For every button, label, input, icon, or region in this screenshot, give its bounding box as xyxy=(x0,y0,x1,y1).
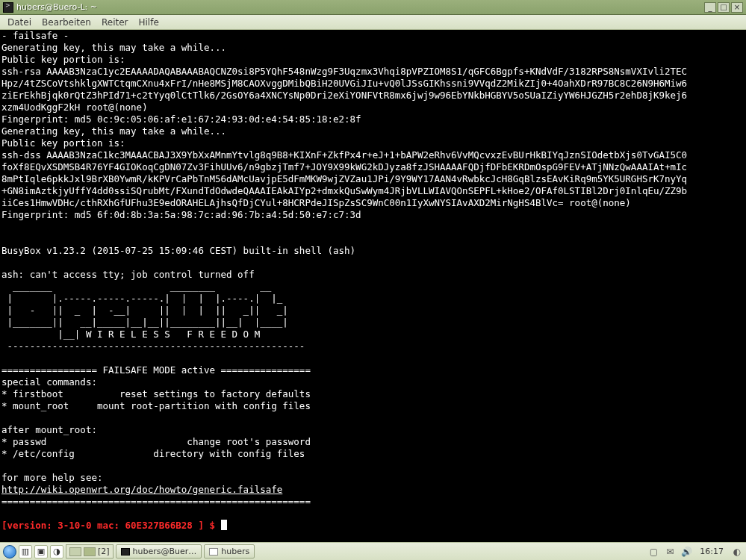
ascii-art: | - || _ | -__| || | | || _|| _| xyxy=(1,305,288,316)
term-line: +GN8imAztkjyUffY4dd0ssiSQrubMt/FXundTdOd… xyxy=(1,185,687,196)
task-filemanager[interactable]: hubers xyxy=(204,544,255,559)
taskbar: ▥ ▣ ◑ [2] hubers@Buer… hubers ▢ ✉ 🔊 16:1… xyxy=(0,542,746,560)
term-line: ssh-rsa AAAAB3NzaC1yc2EAAAADAQABAAABAQCN… xyxy=(1,66,687,77)
task-terminal[interactable]: hubers@Buer… xyxy=(116,544,202,559)
help-link[interactable]: http://wiki.openwrt.org/doc/howto/generi… xyxy=(1,484,282,495)
minimize-button[interactable]: _ xyxy=(704,2,716,13)
ascii-art: | |.-----.-----.-----.| | | |.----.| |_ xyxy=(1,293,282,304)
terminal-icon xyxy=(3,2,13,13)
workspace-2[interactable] xyxy=(84,547,96,556)
term-line: Generating key, this may take a while... xyxy=(1,125,226,137)
shell-prompt: [version: 3-10-0 mac: 60E327B66B28 ] $ xyxy=(1,520,221,531)
term-line: after mount_root: xyxy=(1,424,97,435)
term-line: * mount_root mount root-partition with c… xyxy=(1,400,311,411)
cursor xyxy=(221,520,227,530)
term-line: ssh-dss AAAAB3NzaC1kc3MAAACBAJ3X9YbXxAMn… xyxy=(1,149,687,161)
term-line: ziErEkhBjqk0rQtZ3hPId71+c2tYyq0lCtTlk6/2… xyxy=(1,90,687,101)
clock[interactable]: 16:17 xyxy=(697,547,727,556)
launcher-files[interactable]: ▥ xyxy=(19,545,32,559)
term-line: ash: can't access tty; job control turne… xyxy=(1,269,255,280)
term-line: Generating key, this may take a while... xyxy=(1,42,226,53)
term-line: * passwd change root's password xyxy=(1,436,311,447)
term-line: 8mPtIqle6pkkJxl9BrXB0YwmR/kKPVrCaPbTnM56… xyxy=(1,173,687,184)
term-line: Hpz/4tZSCoVtshklgXWTCtqmCXnu4xFrI/nHe8MS… xyxy=(1,78,687,89)
system-tray: ▢ ✉ 🔊 16:17 ◐ xyxy=(647,546,743,558)
term-line: Public key portion is: xyxy=(1,137,125,149)
tray-notification-icon[interactable]: ✉ xyxy=(664,546,676,558)
tray-logout-icon[interactable]: ◐ xyxy=(731,546,743,558)
tray-desktop-icon[interactable]: ▢ xyxy=(647,546,659,558)
term-line: * /etc/config directory with config file… xyxy=(1,448,305,459)
term-line: ================= FAILSAFE MODE active =… xyxy=(1,364,311,376)
ascii-art: ----------------------------------------… xyxy=(1,340,305,352)
workspace-label: [2] xyxy=(98,547,110,556)
folder-icon xyxy=(209,548,218,556)
workspace-pager[interactable]: [2] xyxy=(66,544,114,559)
term-line: foXf8EQvXSDMSB4R76YF4GIOKoqCgDN07Zv3FihU… xyxy=(1,161,687,172)
window-title: hubers@Buero-L: ~ xyxy=(16,2,704,12)
workspace-1[interactable] xyxy=(69,547,81,556)
term-line: Fingerprint: md5 6f:0d:8b:3a:5a:98:7c:ad… xyxy=(1,209,361,220)
tray-volume-icon[interactable]: 🔊 xyxy=(680,546,692,558)
ascii-art: |__| W I R E L E S S F R E E D O M xyxy=(1,329,260,340)
term-line: Public key portion is: xyxy=(1,54,125,65)
term-line: * firstboot reset settings to factory de… xyxy=(1,388,311,399)
term-line: ========================================… xyxy=(1,496,311,507)
task-label: hubers@Buer… xyxy=(133,547,197,556)
ascii-art: |_______|| __|_____|__|__||________||__|… xyxy=(1,317,288,328)
term-line: Fingerprint: md5 0c:9c:05:06:af:e1:67:24… xyxy=(1,113,361,125)
window-titlebar: hubers@Buero-L: ~ _ □ × xyxy=(0,0,746,15)
terminal-icon xyxy=(121,548,130,556)
menu-datei[interactable]: Datei xyxy=(3,16,36,29)
menu-bearbeiten[interactable]: Bearbeiten xyxy=(37,16,96,29)
term-line: xzm4UodKggF2kH root@(none) xyxy=(1,102,148,113)
menu-reiter[interactable]: Reiter xyxy=(97,16,133,29)
launcher-browser[interactable]: ◑ xyxy=(50,545,63,559)
term-line: iiCes1HmwVDHc/cthRXhGfUFhu3E9edORAHELAjh… xyxy=(1,197,631,208)
term-line: for more help see: xyxy=(1,472,102,483)
maximize-button[interactable]: □ xyxy=(718,2,730,13)
menu-hilfe[interactable]: Hilfe xyxy=(134,16,164,29)
menubar: Datei Bearbeiten Reiter Hilfe xyxy=(0,15,746,30)
ascii-art: _______ ________ __ xyxy=(1,281,271,292)
task-label: hubers xyxy=(221,547,249,556)
close-button[interactable]: × xyxy=(731,2,743,13)
terminal-viewport[interactable]: - failsafe - Generating key, this may ta… xyxy=(0,30,746,542)
term-line: BusyBox v1.23.2 (2015-07-25 15:09:46 CES… xyxy=(1,245,355,256)
term-line: - failsafe - xyxy=(1,30,69,41)
term-line: special commands: xyxy=(1,376,97,388)
launcher-terminal[interactable]: ▣ xyxy=(34,545,48,559)
start-menu-button[interactable] xyxy=(3,545,16,559)
